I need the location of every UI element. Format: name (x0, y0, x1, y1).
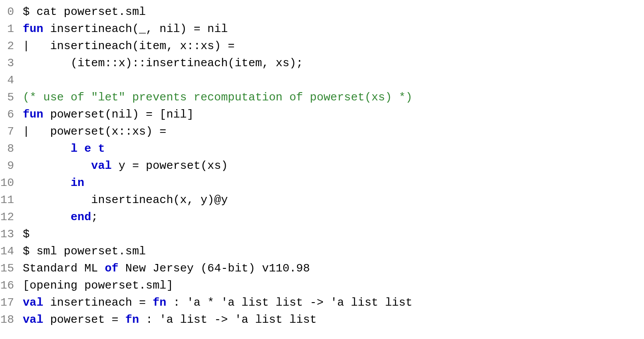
line-content: end; (23, 209, 644, 226)
line-number: 3 (0, 55, 23, 72)
line-number: 15 (0, 260, 23, 277)
code-token (23, 159, 91, 172)
line-content: Standard ML of New Jersey (64-bit) v110.… (23, 260, 644, 277)
line-content: | powerset(x::xs) = (23, 123, 644, 140)
code-token: powerset = (43, 313, 125, 326)
code-token: Standard ML (23, 262, 105, 275)
code-token: val (91, 159, 112, 172)
line-content: fun insertineach(_, nil) = nil (23, 21, 644, 38)
line-number: 13 (0, 226, 23, 243)
line-number: 9 (0, 157, 23, 175)
code-token: of (105, 262, 118, 275)
code-token: | insertineach(item, x::xs) = (23, 39, 235, 53)
line-number: 17 (0, 294, 23, 311)
line-number: 18 (0, 311, 23, 328)
line-number: 4 (0, 72, 23, 89)
code-token: $ (23, 228, 30, 241)
line-number: 7 (0, 123, 23, 140)
code-token (23, 211, 71, 224)
code-line: 7| powerset(x::xs) = (0, 123, 644, 140)
code-token: powerset(nil) = [nil] (43, 108, 194, 121)
code-line: 1fun insertineach(_, nil) = nil (0, 21, 644, 38)
code-listing: 0$ cat powerset.sml1fun insertineach(_, … (0, 4, 644, 328)
code-token: fn (152, 296, 166, 309)
code-token: y = powerset(xs) (112, 159, 228, 172)
line-content: val powerset = fn : 'a list -> 'a list l… (23, 311, 644, 328)
code-token: : 'a * 'a list list -> 'a list list (166, 296, 413, 309)
code-line: 0$ cat powerset.sml (0, 4, 644, 21)
line-number: 8 (0, 140, 23, 157)
code-token: insertineach = (43, 296, 153, 309)
code-token: fun (23, 22, 43, 36)
code-token: New Jersey (64-bit) v110.98 (118, 262, 310, 275)
code-line: 11 insertineach(x, y)@y (0, 192, 644, 209)
line-content: (item::x)::insertineach(item, xs); (23, 55, 644, 72)
code-token: l e t (71, 142, 105, 155)
code-token: end (71, 211, 91, 224)
line-number: 6 (0, 106, 23, 123)
line-number: 2 (0, 38, 23, 55)
line-number: 0 (0, 4, 23, 21)
code-line: 3 (item::x)::insertineach(item, xs); (0, 55, 644, 72)
code-token: in (71, 176, 84, 189)
code-line: 6fun powerset(nil) = [nil] (0, 106, 644, 123)
code-token: [opening powerset.sml] (23, 279, 173, 292)
line-content: l e t (23, 140, 644, 157)
code-line: 2| insertineach(item, x::xs) = (0, 38, 644, 55)
code-line: 10 in (0, 175, 644, 192)
code-token: | powerset(x::xs) = (23, 125, 166, 138)
code-line: 13$ (0, 226, 644, 243)
code-token: : 'a list -> 'a list list (139, 313, 317, 326)
line-number: 1 (0, 21, 23, 38)
line-number: 11 (0, 192, 23, 209)
code-line: 17val insertineach = fn : 'a * 'a list l… (0, 294, 644, 311)
line-number: 12 (0, 209, 23, 226)
code-token: insertineach(x, y)@y (23, 193, 228, 207)
code-token: $ cat powerset.sml (23, 5, 146, 18)
code-line: 4 (0, 72, 644, 89)
code-token: insertineach(_, nil) = nil (43, 22, 228, 36)
line-content: val y = powerset(xs) (23, 157, 644, 175)
line-content: val insertineach = fn : 'a * 'a list lis… (23, 294, 644, 311)
code-line: 12 end; (0, 209, 644, 226)
code-token (23, 176, 71, 189)
code-line: 14$ sml powerset.sml (0, 243, 644, 260)
line-content: insertineach(x, y)@y (23, 192, 644, 209)
code-token: (item::x)::insertineach(item, xs); (23, 57, 303, 70)
code-line: 15Standard ML of New Jersey (64-bit) v11… (0, 260, 644, 277)
line-content: $ sml powerset.sml (23, 243, 644, 260)
line-number: 10 (0, 175, 23, 192)
line-number: 5 (0, 89, 23, 106)
line-number: 16 (0, 277, 23, 294)
line-content: | insertineach(item, x::xs) = (23, 38, 644, 55)
line-content: [opening powerset.sml] (23, 277, 644, 294)
line-content: $ cat powerset.sml (23, 4, 644, 21)
code-line: 16[opening powerset.sml] (0, 277, 644, 294)
code-token: fun (23, 108, 43, 121)
code-line: 18val powerset = fn : 'a list -> 'a list… (0, 311, 644, 328)
code-token: fn (125, 313, 139, 326)
code-line: 8 l e t (0, 140, 644, 157)
code-token (23, 142, 71, 155)
line-content: in (23, 175, 644, 192)
code-token: (* use of "let" prevents recomputation o… (23, 91, 412, 104)
code-token: val (23, 296, 43, 309)
code-token: val (23, 313, 43, 326)
line-number: 14 (0, 243, 23, 260)
code-token: ; (91, 211, 98, 224)
code-token: $ sml powerset.sml (23, 245, 146, 258)
line-content: $ (23, 226, 644, 243)
code-line: 5(* use of "let" prevents recomputation … (0, 89, 644, 106)
line-content: (* use of "let" prevents recomputation o… (23, 89, 644, 106)
line-content: fun powerset(nil) = [nil] (23, 106, 644, 123)
code-line: 9 val y = powerset(xs) (0, 157, 644, 175)
